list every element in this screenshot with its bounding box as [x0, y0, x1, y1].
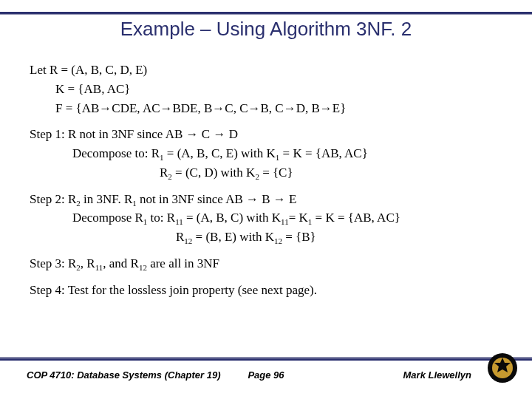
sub: 12 [184, 236, 192, 245]
step1: Step 1: R not in 3NF since AB → C → D De… [30, 126, 502, 180]
let-k: K = {AB, AC} [30, 81, 502, 98]
text: = K = {AB, AC} [279, 146, 368, 160]
slide: Example – Using Algorithm 3NF. 2 Let R =… [0, 0, 532, 399]
step1-line2: Decompose to: R1 = (A, B, C, E) with K1 … [30, 146, 502, 162]
top-rule [0, 12, 532, 15]
text: not in 3NF since AB → B → E [137, 192, 297, 206]
text: are all in 3NF [147, 256, 219, 270]
text: = {B} [282, 230, 316, 244]
text: = K [289, 211, 308, 225]
text: Decompose R [72, 211, 143, 225]
step3: Step 3: R2, R11, and R12 are all in 3NF [30, 256, 502, 272]
sub: 11 [95, 263, 103, 272]
text: R [160, 166, 168, 180]
ucf-logo-icon [486, 352, 519, 384]
text: = (C, D) with K [172, 166, 256, 180]
step2-line3: R12 = (B, E) with K12 = {B} [30, 229, 502, 245]
sub: 11 [281, 218, 289, 227]
text: = (A, B, C, E) with K [164, 146, 276, 160]
text: , R [81, 256, 95, 270]
footer-author: Mark Llewellyn [403, 369, 471, 381]
text: R [176, 230, 184, 244]
step2: Step 2: R2 in 3NF. R1 not in 3NF since A… [30, 191, 502, 245]
text: Step 3: R [30, 256, 76, 270]
text: = (A, B, C) with K [183, 211, 281, 225]
text: Decompose to: R [72, 146, 160, 160]
step2-line2: Decompose R1 to: R11 = (A, B, C) with K1… [30, 210, 502, 226]
let-r: Let R = (A, B, C, D, E) [30, 62, 502, 78]
text: in 3NF. R [81, 192, 132, 206]
text: to: R [147, 211, 175, 225]
text: = K = {AB, AC} [312, 211, 400, 225]
footer: COP 4710: Database Systems (Chapter 19) … [0, 361, 532, 389]
slide-title: Example – Using Algorithm 3NF. 2 [0, 18, 532, 41]
text: Step 2: R [30, 192, 76, 206]
step2-line1: Step 2: R2 in 3NF. R1 not in 3NF since A… [30, 191, 502, 208]
text: = {C} [259, 166, 293, 180]
step1-line3: R2 = (C, D) with K2 = {C} [30, 165, 502, 181]
step3-line: Step 3: R2, R11, and R12 are all in 3NF [30, 256, 502, 272]
sub: 12 [274, 236, 282, 245]
slide-content: Let R = (A, B, C, D, E) K = {AB, AC} F =… [30, 62, 502, 301]
sub: 11 [175, 218, 183, 227]
text: = (B, E) with K [192, 230, 274, 244]
step1-line1: Step 1: R not in 3NF since AB → C → D [30, 126, 502, 143]
let-f: F = {AB→CDE, AC→BDE, B→C, C→B, C→D, B→E} [30, 100, 502, 117]
sub: 12 [139, 263, 147, 272]
text: , and R [103, 256, 139, 270]
step4: Step 4: Test for the lossless join prope… [30, 282, 502, 299]
step4-line: Step 4: Test for the lossless join prope… [30, 282, 502, 299]
